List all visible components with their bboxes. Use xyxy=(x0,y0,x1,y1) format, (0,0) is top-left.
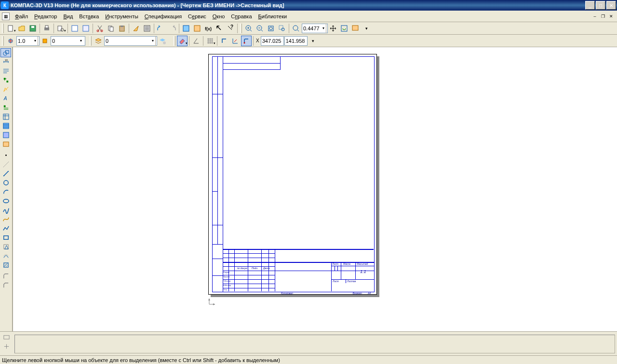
hatch-tool[interactable] xyxy=(0,260,11,270)
rect-tool[interactable] xyxy=(0,233,11,242)
layer-input[interactable] xyxy=(104,36,157,46)
menu-view[interactable]: Вид xyxy=(60,13,76,20)
edit-button[interactable] xyxy=(0,76,11,85)
geometry-button[interactable] xyxy=(0,48,11,57)
coord-y-input[interactable] xyxy=(284,36,308,46)
brush-button[interactable] xyxy=(131,23,141,34)
collect-tool[interactable] xyxy=(0,242,11,251)
svg-rect-16 xyxy=(183,26,189,31)
menu-help[interactable]: Справка xyxy=(228,13,255,20)
zoom-scale-button[interactable] xyxy=(291,23,301,34)
circle-tool[interactable] xyxy=(0,178,11,187)
insert-button[interactable] xyxy=(0,140,11,149)
state-button[interactable] xyxy=(40,36,50,46)
preview-button[interactable]: ▾ xyxy=(55,23,66,34)
help-button[interactable]: ? xyxy=(225,23,236,34)
phantom-button[interactable] xyxy=(1,333,12,342)
fx-button[interactable]: f(x) xyxy=(203,23,214,34)
toolbar-grip[interactable] xyxy=(90,36,92,46)
minimize-button[interactable]: _ xyxy=(585,1,595,10)
polyline-tool[interactable] xyxy=(0,224,11,233)
property-panel[interactable] xyxy=(14,335,615,353)
pan-button[interactable] xyxy=(328,23,338,34)
save-button[interactable] xyxy=(27,23,38,34)
spec-tools-button[interactable] xyxy=(0,121,11,130)
ortho-button[interactable] xyxy=(219,36,229,46)
grid-button[interactable]: ▾ xyxy=(205,36,215,46)
eraser-button[interactable]: ▾ xyxy=(177,36,188,46)
fillet-tool[interactable] xyxy=(0,272,11,281)
menu-insert[interactable]: Вставка xyxy=(76,13,102,20)
arc-tool[interactable] xyxy=(0,187,11,196)
new-button[interactable]: ▾ xyxy=(5,23,16,34)
doc-icon[interactable]: ▦ xyxy=(2,13,10,20)
aux-line-tool[interactable] xyxy=(0,160,11,169)
coord-x-input[interactable] xyxy=(261,36,284,46)
select-button[interactable] xyxy=(0,103,11,112)
toolbar-grip[interactable] xyxy=(240,24,242,33)
redo-button[interactable] xyxy=(167,23,177,34)
props-button[interactable] xyxy=(69,23,80,34)
round-button[interactable] xyxy=(241,36,252,46)
props2-button[interactable] xyxy=(80,23,91,34)
close-button[interactable]: ✕ xyxy=(606,1,616,10)
menu-libs[interactable]: Библиотеки xyxy=(255,13,290,20)
open-button[interactable] xyxy=(16,23,27,34)
menu-spec[interactable]: Спецификация xyxy=(142,13,185,20)
toolbar-grip[interactable] xyxy=(2,24,4,33)
step-input[interactable] xyxy=(16,36,40,46)
style-input[interactable] xyxy=(51,36,85,46)
snap-button[interactable] xyxy=(5,36,16,46)
angle-button[interactable] xyxy=(191,36,201,46)
auto-button[interactable] xyxy=(1,342,12,351)
point-tool[interactable] xyxy=(0,151,11,160)
refresh-button[interactable] xyxy=(339,23,349,34)
copy-button[interactable] xyxy=(106,23,116,34)
toolbar-grip[interactable] xyxy=(174,36,175,46)
chamfer-tool[interactable] xyxy=(0,281,11,290)
redraw-button[interactable] xyxy=(350,23,361,34)
undo-button[interactable] xyxy=(156,23,166,34)
mdi-close-button[interactable]: ✕ xyxy=(607,13,615,20)
mdi-restore-button[interactable]: ❐ xyxy=(599,13,607,20)
local-button[interactable] xyxy=(230,36,241,46)
bezier-tool[interactable] xyxy=(0,215,11,224)
menu-service[interactable]: Сервис xyxy=(185,13,209,20)
menu-tools[interactable]: Инструменты xyxy=(102,13,141,20)
zoom-out-button[interactable] xyxy=(255,23,265,34)
paste-button[interactable] xyxy=(117,23,127,34)
reports-button[interactable] xyxy=(0,130,11,140)
zoom-window-button[interactable] xyxy=(277,23,287,34)
cut-button[interactable] xyxy=(94,23,105,34)
properties-button[interactable] xyxy=(142,23,152,34)
print-button[interactable] xyxy=(41,23,52,34)
svg-point-44 xyxy=(3,181,8,185)
menu-editor[interactable]: Редактор xyxy=(31,13,60,20)
drawing-canvas[interactable]: Лист Масса Масштаб 1:1 Лист Листов № док… xyxy=(13,47,617,331)
mdi-minimize-button[interactable]: – xyxy=(591,13,599,20)
menu-window[interactable]: Окно xyxy=(210,13,228,20)
dimensions-button[interactable]: 10 xyxy=(0,57,11,66)
ellipse-tool[interactable] xyxy=(0,196,11,206)
param-button[interactable] xyxy=(0,85,11,94)
menu-file[interactable]: Файлdocument.currentScript.previousEleme… xyxy=(12,13,31,20)
tb-listov: Листов xyxy=(347,280,356,283)
segment-tool[interactable] xyxy=(0,169,11,178)
zoom-fit-button[interactable] xyxy=(266,23,276,34)
zoom-input[interactable] xyxy=(302,24,328,33)
measure-button[interactable]: A xyxy=(0,94,11,103)
notation-button[interactable] xyxy=(0,66,11,76)
assoc-button[interactable] xyxy=(0,112,11,121)
layermgr-button[interactable] xyxy=(157,36,168,46)
calc-button[interactable] xyxy=(192,23,202,34)
arrow-button[interactable] xyxy=(214,23,225,34)
dropdown-button[interactable]: ▾ xyxy=(361,23,372,34)
equid-tool[interactable] xyxy=(0,251,11,260)
spec-button[interactable] xyxy=(181,23,191,34)
layers-button[interactable] xyxy=(93,36,104,46)
zoom-in-button[interactable] xyxy=(243,23,254,34)
spline-tool[interactable] xyxy=(0,206,11,215)
toolbar-grip[interactable] xyxy=(2,36,4,46)
coord-dropdown[interactable]: ▾ xyxy=(308,36,319,46)
maximize-button[interactable]: □ xyxy=(596,1,605,10)
